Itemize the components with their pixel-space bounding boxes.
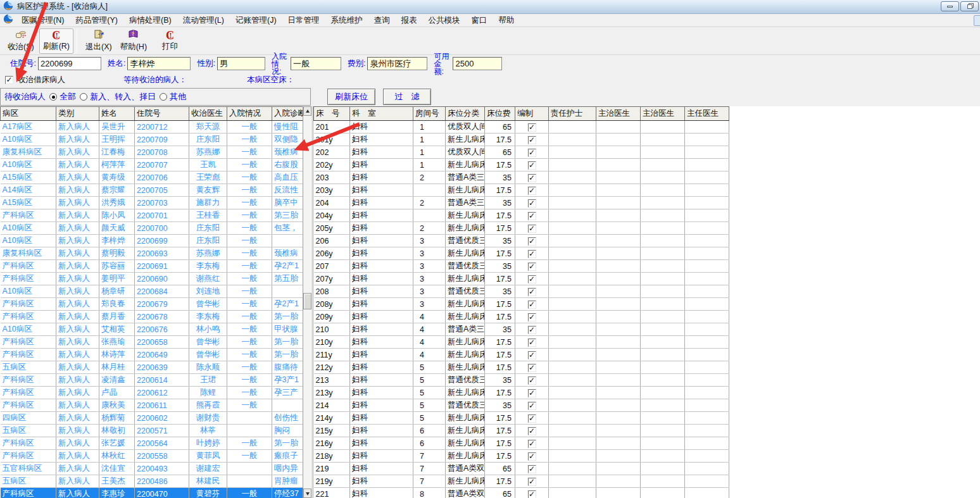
patient-row[interactable]: 五官科病区新入病人沈佳宜2200493谢建宏咽内异 (1, 463, 303, 475)
menu-item-流动管理(L)[interactable]: 流动管理(L) (177, 14, 230, 27)
patients-column-header[interactable]: 入院情况 (227, 107, 272, 121)
bianzhi-checkbox[interactable]: ✓ (528, 377, 536, 385)
bed-row[interactable]: 201y妇科1新生儿病床17.5✓ (314, 134, 729, 146)
bianzhi-checkbox[interactable]: ✓ (528, 225, 536, 233)
refresh-button[interactable]: C! 刷新(R) (39, 28, 73, 54)
patient-row[interactable]: A14病区新入病人蔡宗耀2200705黄友辉一般反流性 (1, 184, 303, 197)
patient-row[interactable]: 康复科病区新入病人蔡明毅2200693苏燕娜一般颈椎病 (1, 247, 303, 260)
bianzhi-checkbox[interactable]: ✓ (528, 402, 536, 410)
bianzhi-checkbox[interactable]: ✓ (528, 161, 536, 170)
patient-row[interactable]: 康复科病区新入病人江春梅2200708苏燕娜一般颈椎病 (1, 146, 303, 159)
bianzhi-checkbox[interactable]: ✓ (528, 263, 536, 271)
patients-scrollbar[interactable] (303, 106, 311, 498)
bed-row[interactable]: 219y妇科7新生儿病床17.5✓ (314, 475, 729, 488)
bianzhi-checkbox[interactable]: ✓ (528, 414, 536, 423)
borrow-bed-checkbox[interactable]: ✓ (5, 76, 13, 84)
bianzhi-checkbox[interactable]: ✓ (528, 326, 536, 334)
beds-column-header[interactable]: 房间号 (413, 107, 446, 121)
bianzhi-checkbox[interactable]: ✓ (528, 149, 536, 157)
exit-button[interactable]: 退出(X) (82, 28, 115, 54)
menu-item-药品管理(Y)[interactable]: 药品管理(Y) (70, 14, 123, 27)
beds-column-header[interactable]: 责任护士 (549, 107, 596, 121)
patient-row[interactable]: 产科病区新入病人卢晶2200612陈鲤一般孕三产 (1, 387, 303, 399)
beds-column-header[interactable]: 编制 (515, 107, 549, 121)
patient-row[interactable]: A10病区新入病人王明挥2200709庄东阳一般双侧隐 (1, 134, 303, 146)
bianzhi-checkbox[interactable]: ✓ (528, 301, 536, 309)
radio-option-其他[interactable]: 其他 (160, 91, 186, 103)
patients-column-header[interactable]: 入院诊断 (272, 107, 303, 121)
bianzhi-checkbox[interactable]: ✓ (528, 339, 536, 347)
bianzhi-checkbox[interactable]: ✓ (528, 364, 536, 372)
patient-row[interactable]: 产科病区新入病人凌清鑫2200614王珺一般孕3产1 (1, 374, 303, 387)
patient-row[interactable]: 产科病区新入病人林秋红2200558黄菲凤一般瘢痕子 (1, 450, 303, 463)
beds-column-header[interactable]: 床位费 (485, 107, 515, 121)
field-input-5[interactable] (453, 57, 502, 70)
field-input-1[interactable] (127, 57, 191, 70)
beds-column-header[interactable]: 主治医生 (596, 107, 641, 121)
bed-row[interactable]: 214y妇科5新生儿病床17.5✓ (314, 412, 729, 425)
bianzhi-checkbox[interactable]: ✓ (528, 123, 536, 132)
menu-item-查询[interactable]: 查询 (368, 14, 396, 27)
bed-row[interactable]: 213妇科5普通优质三35✓ (314, 374, 729, 387)
bianzhi-checkbox[interactable]: ✓ (528, 250, 536, 258)
patient-row[interactable]: 产科病区新入病人李惠珍2200470黄碧芬一般停经37 (1, 488, 303, 498)
bianzhi-checkbox[interactable]: ✓ (528, 237, 536, 246)
patient-row[interactable]: 五病区新入病人林敬初2200571林莘胸闷 (1, 425, 303, 437)
radio-option-新入、转入、择日[interactable]: 新入、转入、择日 (80, 91, 156, 103)
menu-item-窗口[interactable]: 窗口 (466, 14, 493, 27)
bianzhi-checkbox[interactable]: ✓ (528, 351, 536, 359)
bed-row[interactable]: 211y妇科4新生儿病床17.5✓ (314, 349, 729, 361)
bed-row[interactable]: 203妇科2普通A类三人35✓ (314, 171, 729, 184)
bed-row[interactable]: 204妇科2普通A类三人35✓ (314, 197, 729, 209)
patient-row[interactable]: A10病区新入病人柯萍萍2200707王凯一般右腹股 (1, 159, 303, 171)
patient-row[interactable]: A17病区新入病人吴世升2200712郑天源一般慢性阻 (1, 121, 303, 134)
child-window-button[interactable] (974, 15, 980, 26)
scroll-up-icon[interactable] (303, 106, 311, 116)
patients-column-header[interactable]: 姓名 (99, 107, 135, 121)
scrollbar-thumb[interactable] (303, 293, 311, 309)
bed-row[interactable]: 207y妇科3新生儿病床17.5✓ (314, 273, 729, 285)
bed-row[interactable]: 215y妇科6新生儿病床17.5✓ (314, 425, 729, 437)
bed-row[interactable]: 209y妇科4新生儿病床17.5✓ (314, 311, 729, 323)
field-input-2[interactable] (217, 57, 265, 70)
bed-row[interactable]: 210妇科4普通A类三人35✓ (314, 323, 729, 336)
bed-row[interactable]: 208y妇科3新生儿病床17.5✓ (314, 298, 729, 311)
patient-row[interactable]: 四病区新入病人杨辉菊2200602谢财贵创伤性 (1, 412, 303, 425)
patient-row[interactable]: 产科病区新入病人陈小凤2200701王桂香一般第三胎 (1, 209, 303, 222)
patient-row[interactable]: 五病区新入病人林月桂2200639陈永顺一般腹痛待 (1, 361, 303, 374)
menu-item-公共模块[interactable]: 公共模块 (423, 14, 466, 27)
bianzhi-checkbox[interactable]: ✓ (528, 389, 536, 397)
bianzhi-checkbox[interactable]: ✓ (528, 490, 536, 498)
bianzhi-checkbox[interactable]: ✓ (528, 427, 536, 435)
patient-row[interactable]: A10病区新入病人颜天威2200700庄东阳一般包茎， (1, 222, 303, 235)
patient-row[interactable]: 产科病区新入病人张燕瑜2200658曾华彬一般第一胎 (1, 336, 303, 349)
bianzhi-checkbox[interactable]: ✓ (528, 288, 536, 296)
patient-row[interactable]: 产科病区新入病人苏容丽2200691李东梅一般孕2产1 (1, 260, 303, 273)
bianzhi-checkbox[interactable]: ✓ (528, 440, 536, 448)
help-button[interactable]: ? 帮助(H) (117, 28, 150, 54)
admit-button[interactable]: 收治(S) (4, 28, 37, 54)
bianzhi-checkbox[interactable]: ✓ (528, 174, 536, 182)
patient-row[interactable]: A10病区新入病人李梓烨2200699庄东阳一般 (1, 235, 303, 247)
radio-option-全部[interactable]: 全部 (49, 91, 76, 103)
bed-row[interactable]: 212y妇科5新生儿病床17.5✓ (314, 361, 729, 374)
menu-item-记账管理(J)[interactable]: 记账管理(J) (230, 14, 282, 27)
bianzhi-checkbox[interactable]: ✓ (528, 136, 536, 144)
bed-row[interactable]: 206y妇科3新生儿病床17.5✓ (314, 247, 729, 260)
bed-row[interactable]: 219妇科7普通A类双人65✓ (314, 463, 729, 475)
patient-row[interactable]: 产科病区新入病人姜明平2200690谢燕红一般第五胎 (1, 273, 303, 285)
bianzhi-checkbox[interactable]: ✓ (528, 275, 536, 283)
beds-column-header[interactable]: 主任医生 (685, 107, 729, 121)
patient-row[interactable]: 产科病区新入病人康秋美2200611熊再霞一般 (1, 399, 303, 412)
bianzhi-checkbox[interactable]: ✓ (528, 465, 536, 473)
beds-column-header[interactable]: 科 室 (350, 107, 413, 121)
menu-item-帮助[interactable]: 帮助 (493, 14, 520, 27)
patient-row[interactable]: A10病区新入病人杨章研2200684刘连地一般 (1, 285, 303, 298)
bed-row[interactable]: 221妇科8普通A类双人65✓ (314, 488, 729, 498)
bed-row[interactable]: 202妇科1优质双人间65✓ (314, 146, 729, 159)
bed-row[interactable]: 204y妇科新生儿病床17.5✓ (314, 209, 729, 222)
patient-row[interactable]: 产科病区新入病人张艺媛2200564叶娉婷一般第一胎 (1, 437, 303, 450)
scroll-down-icon[interactable] (303, 489, 311, 498)
bed-row[interactable]: 208妇科3普通优质三35✓ (314, 285, 729, 298)
bed-row[interactable]: 207妇科3普通优质三35✓ (314, 260, 729, 273)
